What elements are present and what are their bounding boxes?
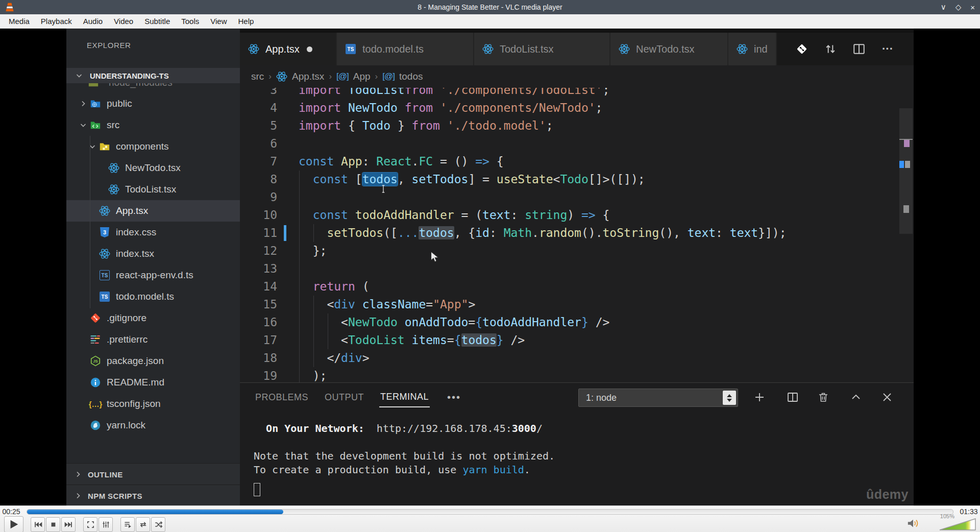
- line-number-14[interactable]: 14: [240, 278, 277, 296]
- terminal-select[interactable]: 1: node: [578, 389, 738, 407]
- tree-item-gitignore[interactable]: .gitignore: [66, 307, 240, 329]
- tree-item-public[interactable]: public: [66, 93, 240, 114]
- line-number-6[interactable]: 6: [240, 135, 277, 153]
- git-diamond-icon[interactable]: [794, 41, 810, 57]
- code-line-14[interactable]: return (: [299, 278, 370, 296]
- tab-todolist-tsx[interactable]: TodoList.tsx: [474, 33, 609, 65]
- menu-view[interactable]: View: [205, 15, 232, 27]
- tree-item-components[interactable]: components: [66, 136, 240, 157]
- close-button[interactable]: ×: [970, 3, 975, 12]
- tree-item-index-css[interactable]: 3index.css: [66, 222, 240, 243]
- panel-tab-output[interactable]: OUTPUT: [324, 388, 365, 407]
- previous-button[interactable]: [31, 517, 45, 532]
- tree-item-package-json[interactable]: JSpackage.json: [66, 350, 240, 372]
- tab-newtodo-tsx[interactable]: NewTodo.tsx: [610, 33, 727, 65]
- tree-item-readme-md[interactable]: README.md: [66, 372, 240, 393]
- split-editor-icon[interactable]: [851, 41, 867, 57]
- stop-button[interactable]: [46, 517, 60, 532]
- line-number-18[interactable]: 18: [240, 349, 277, 367]
- line-number-17[interactable]: 17: [240, 331, 277, 349]
- extended-settings-button[interactable]: [99, 517, 113, 532]
- breadcrumb-item-app[interactable]: App: [353, 71, 371, 82]
- tree-item-react-app-env-d-ts[interactable]: TSreact-app-env.d.ts: [66, 264, 240, 286]
- breadcrumb-item-todos[interactable]: todos: [399, 71, 423, 82]
- code-line-7[interactable]: const App: React.FC = () => {: [299, 153, 504, 171]
- line-number-13[interactable]: 13: [240, 260, 277, 278]
- tree-item-src[interactable]: src: [66, 114, 240, 136]
- line-number-5[interactable]: 5: [240, 117, 277, 135]
- menu-tools[interactable]: Tools: [176, 15, 205, 27]
- tree-item-yarn-lock[interactable]: yarn.lock: [66, 415, 240, 436]
- panel-more-icon[interactable]: •••: [447, 392, 461, 403]
- tab-ind[interactable]: ind: [728, 33, 776, 65]
- tree-item-newtodo-tsx[interactable]: NewTodo.tsx: [66, 157, 240, 179]
- code-line-16[interactable]: <NewTodo onAddTodo={todoAddHandler} />: [299, 313, 609, 331]
- minimize-button[interactable]: ∨: [941, 3, 946, 12]
- code-line-3[interactable]: import TodoListfrom './components/TodoLi…: [299, 88, 609, 99]
- code-line-15[interactable]: <div className="App">: [299, 296, 475, 313]
- sidebar-section-outline[interactable]: OUTLINE: [66, 463, 240, 485]
- line-number-3[interactable]: 3: [240, 88, 277, 99]
- maximize-button[interactable]: ◇: [955, 3, 962, 12]
- code-line-17[interactable]: <TodoList items={todos} />: [299, 331, 525, 349]
- line-number-10[interactable]: 10: [240, 206, 277, 224]
- breadcrumb-item-app-tsx[interactable]: App.tsx: [292, 71, 324, 82]
- code-line-18[interactable]: </div>: [299, 349, 370, 367]
- scrollbar[interactable]: [899, 108, 913, 234]
- tab-todo-model-ts[interactable]: TStodo.model.ts: [337, 33, 473, 65]
- line-number-4[interactable]: 4: [240, 99, 277, 117]
- breadcrumb-item-src[interactable]: src: [251, 71, 264, 82]
- panel-tab-terminal[interactable]: TERMINAL: [379, 388, 430, 407]
- new-terminal-icon[interactable]: [751, 389, 768, 405]
- tree-item-todolist-tsx[interactable]: TodoList.tsx: [66, 179, 240, 200]
- line-number-8[interactable]: 8: [240, 171, 277, 188]
- modified-dot-icon[interactable]: [307, 46, 312, 52]
- tree-item-app-tsx[interactable]: App.tsx: [66, 200, 240, 222]
- split-terminal-icon[interactable]: [785, 389, 801, 405]
- code-line-8[interactable]: const [todos, setTodos] = useState<Todo[…: [299, 171, 645, 188]
- code-line-12[interactable]: };: [299, 242, 327, 260]
- tree-item-index-tsx[interactable]: index.tsx: [66, 243, 240, 264]
- line-number-9[interactable]: 9: [240, 188, 277, 206]
- kill-terminal-icon[interactable]: [815, 389, 831, 405]
- terminal-output[interactable]: On Your Network: http://192.168.178.45:3…: [240, 412, 914, 506]
- code-line-11[interactable]: setTodos([...todos, {id: Math.random().t…: [299, 224, 787, 242]
- line-number-12[interactable]: 12: [240, 242, 277, 260]
- tree-item-node-modules-clipped[interactable]: node_modules: [66, 83, 240, 93]
- panel-tab-problems[interactable]: PROBLEMS: [254, 388, 309, 407]
- line-number-16[interactable]: 16: [240, 313, 277, 331]
- menu-subtitle[interactable]: Subtitle: [139, 15, 176, 27]
- code-line-5[interactable]: import { Todo } from './todo.model';: [299, 117, 553, 135]
- tree-item-prettierrc[interactable]: .prettierrc: [66, 329, 240, 350]
- random-button[interactable]: [151, 517, 165, 532]
- menu-media[interactable]: Media: [3, 15, 35, 27]
- maximize-panel-icon[interactable]: [848, 389, 864, 405]
- next-button[interactable]: [61, 517, 76, 532]
- speaker-icon[interactable]: [907, 518, 919, 529]
- menu-help[interactable]: Help: [233, 15, 260, 27]
- tree-item-tsconfig-json[interactable]: {…}tsconfig.json: [66, 393, 240, 415]
- playlist-button[interactable]: [120, 517, 135, 532]
- volume-slider[interactable]: [939, 518, 976, 530]
- menu-playback[interactable]: Playback: [35, 15, 78, 27]
- fullscreen-button[interactable]: [83, 517, 97, 532]
- line-number-11[interactable]: 11: [240, 224, 277, 242]
- code-line-4[interactable]: import NewTodo from './components/NewTod…: [299, 99, 602, 117]
- sidebar-section-npm-scripts[interactable]: NPM SCRIPTS: [66, 485, 240, 505]
- tree-item-todo-model-ts[interactable]: TStodo.model.ts: [66, 286, 240, 307]
- breadcrumb[interactable]: src›App.tsx›[@]App›[@]todos: [240, 65, 914, 88]
- tab-app-tsx[interactable]: App.tsx: [240, 33, 336, 65]
- code-editor[interactable]: 3import TodoListfrom './components/TodoL…: [240, 88, 914, 382]
- menu-audio[interactable]: Audio: [78, 15, 108, 27]
- video-frame[interactable]: EXPLORER UNDERSTANDING-TS node_modules p…: [0, 29, 980, 505]
- menu-video[interactable]: Video: [108, 15, 139, 27]
- close-panel-icon[interactable]: [879, 389, 895, 405]
- code-line-10[interactable]: const todoAddHandler = (text: string) =>…: [299, 206, 609, 224]
- explorer-root-folder[interactable]: UNDERSTANDING-TS: [66, 68, 240, 83]
- line-number-15[interactable]: 15: [240, 296, 277, 313]
- compare-changes-icon[interactable]: [823, 41, 838, 57]
- play-button[interactable]: [4, 516, 23, 532]
- line-number-7[interactable]: 7: [240, 153, 277, 171]
- loop-button[interactable]: [136, 517, 150, 532]
- more-actions-icon[interactable]: ···: [880, 41, 895, 57]
